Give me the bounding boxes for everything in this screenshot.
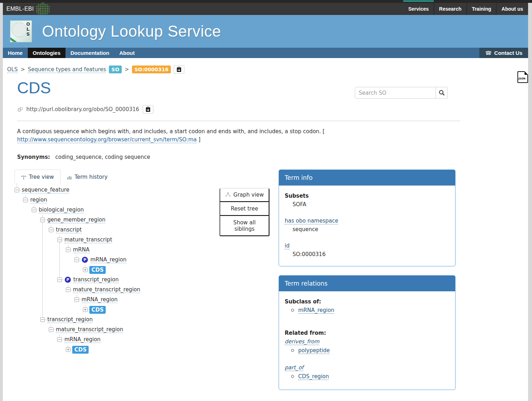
- global-menu-about-us[interactable]: About us: [496, 3, 528, 15]
- expand-plus-icon[interactable]: [83, 307, 88, 312]
- global-menu-services[interactable]: Services: [403, 3, 434, 15]
- collapse-minus-icon[interactable]: [32, 208, 36, 212]
- collapse-minus-icon[interactable]: [74, 257, 79, 262]
- synonyms-label: Synonyms:: [17, 154, 50, 160]
- tab-tree-view[interactable]: Tree view: [15, 170, 60, 184]
- term-info-header: Term info: [279, 170, 455, 186]
- id-link[interactable]: id: [285, 243, 290, 249]
- expand-plus-icon[interactable]: [66, 347, 70, 352]
- search-group: [355, 87, 448, 99]
- tree-node-label[interactable]: transcript: [56, 226, 82, 233]
- tree-node-label[interactable]: mature_transcript_region: [73, 286, 140, 293]
- tree-node-label[interactable]: mature_transcript_region: [56, 326, 123, 333]
- tab-term-history[interactable]: Term history: [60, 170, 114, 184]
- reset-tree-button[interactable]: Reset tree: [220, 202, 269, 216]
- collapse-minus-icon[interactable]: [57, 277, 62, 282]
- nav-home[interactable]: Home: [3, 48, 28, 58]
- mrna-region-link[interactable]: mRNA_region: [298, 307, 334, 314]
- nav-ontologies[interactable]: Ontologies: [28, 48, 65, 58]
- collapse-minus-icon[interactable]: [49, 327, 53, 332]
- term-iri[interactable]: http://purl.obolibrary.org/obo/SO_000031…: [26, 106, 139, 113]
- related-from-group: Related from: derives_from polypeptide: [285, 330, 449, 354]
- search-input[interactable]: [355, 87, 436, 99]
- nav-about[interactable]: About: [114, 48, 139, 58]
- term-info-body: Subsets SOFA has obo namespace sequence …: [279, 186, 455, 266]
- term-description: A contiguous sequence which begins with,…: [17, 127, 337, 144]
- search-button[interactable]: [436, 87, 448, 99]
- embl-ebi-logo-text[interactable]: EMBL-EBI: [6, 6, 34, 12]
- collapse-minus-icon[interactable]: [66, 248, 70, 252]
- collapse-minus-icon[interactable]: [49, 228, 53, 232]
- part-of-link[interactable]: part_of: [285, 364, 304, 371]
- tree-connector: [19, 190, 21, 190]
- term-relations-header: Term relations: [279, 276, 455, 291]
- tree-node-label[interactable]: transcript_region: [73, 276, 119, 283]
- derives-from-link[interactable]: derives_from: [285, 338, 319, 345]
- tree-node-label[interactable]: gene_member_region: [47, 217, 105, 223]
- contact-us-button[interactable]: ☎ Contact Us: [479, 48, 528, 58]
- part-of-group: part_of CDS_region: [285, 364, 449, 380]
- cds-region-link[interactable]: CDS_region: [298, 373, 329, 380]
- content-area: OLS > Sequence types and features SO > S…: [3, 65, 528, 401]
- tree-node-label[interactable]: transcript_region: [47, 316, 93, 323]
- global-menu-research[interactable]: Research: [434, 3, 467, 15]
- subclass-of-list: mRNA_region: [290, 307, 449, 313]
- breadcrumb-ols-link[interactable]: OLS: [7, 66, 18, 73]
- collapse-minus-icon[interactable]: [74, 297, 79, 302]
- tree-node-label[interactable]: mRNA_region: [81, 296, 117, 303]
- copy-term-id-button[interactable]: [174, 65, 184, 74]
- expand-plus-icon[interactable]: [83, 267, 88, 272]
- tree-node-label[interactable]: mRNA_region: [64, 336, 100, 343]
- ols-logo[interactable]: O L S: [10, 20, 32, 42]
- copy-iri-button[interactable]: [143, 105, 153, 114]
- json-icon-label: JSON: [518, 77, 525, 80]
- description-source-link[interactable]: http://www.sequenceontology.org/browser/…: [17, 136, 197, 143]
- collapse-minus-icon[interactable]: [15, 188, 19, 192]
- list-item: mRNA_region: [290, 307, 449, 313]
- tree-node: PmRNA_regionCDS: [74, 255, 268, 275]
- tree-row: mRNA: [66, 245, 268, 255]
- main-row: Tree view Term history sequence_featurer…: [15, 170, 517, 390]
- breadcrumb-ontology-link[interactable]: Sequence types and features: [28, 66, 106, 73]
- tree-node-label[interactable]: CDS: [89, 306, 106, 314]
- namespace-value: sequence: [285, 226, 449, 233]
- tree-node-label[interactable]: mature_transcript: [64, 236, 112, 243]
- graph-view-button[interactable]: Graph view: [220, 188, 269, 202]
- tree-node-label[interactable]: region: [30, 197, 47, 203]
- polypeptide-link[interactable]: polypeptide: [298, 347, 330, 354]
- collapse-minus-icon[interactable]: [40, 317, 45, 322]
- tree-node-label[interactable]: sequence_feature: [22, 187, 69, 193]
- breadcrumb-separator-2: >: [125, 66, 129, 73]
- tree-row: mature_transcript_region: [49, 325, 268, 335]
- collapse-minus-icon[interactable]: [40, 218, 45, 222]
- global-menu-training[interactable]: Training: [467, 3, 496, 15]
- tree-connector: [45, 220, 47, 220]
- json-download-icon[interactable]: JSON: [517, 71, 528, 83]
- tree-connector: [79, 300, 81, 300]
- tree-row: mRNA_region: [57, 335, 268, 345]
- collapse-minus-icon[interactable]: [66, 287, 70, 292]
- tree-node: mRNA_regionCDS: [74, 295, 268, 315]
- tree-node-label[interactable]: CDS: [89, 266, 106, 274]
- collapse-minus-icon[interactable]: [57, 238, 62, 242]
- tree-node-label[interactable]: CDS: [72, 346, 89, 354]
- collapse-minus-icon[interactable]: [57, 337, 62, 342]
- term-relations-panel: Term relations Subclass of: mRNA_region …: [279, 275, 455, 390]
- part-of-icon: P: [65, 277, 71, 283]
- tree-row: mRNA_region: [74, 295, 268, 305]
- magnifier-handle-graphic: [10, 37, 17, 42]
- tree-node-label[interactable]: biological_region: [39, 207, 84, 213]
- tree-node-label[interactable]: mRNA: [73, 246, 90, 253]
- graph-view-label: Graph view: [233, 192, 264, 198]
- ontology-badge[interactable]: SO: [109, 66, 122, 73]
- nav-documentation[interactable]: Documentation: [65, 48, 114, 58]
- tree-node: mRNA_regionCDS: [57, 335, 268, 355]
- has-obo-namespace-link[interactable]: has obo namespace: [285, 218, 338, 224]
- id-value: SO:0000316: [285, 251, 449, 257]
- tree-connector: [62, 339, 64, 340]
- term-id-badge[interactable]: SO:0000316: [132, 66, 171, 73]
- tree-row: transcript_region: [40, 315, 268, 325]
- tree-node-label[interactable]: mRNA_region: [90, 256, 126, 263]
- collapse-minus-icon[interactable]: [23, 198, 28, 202]
- show-all-siblings-button[interactable]: Show all siblings: [220, 216, 269, 236]
